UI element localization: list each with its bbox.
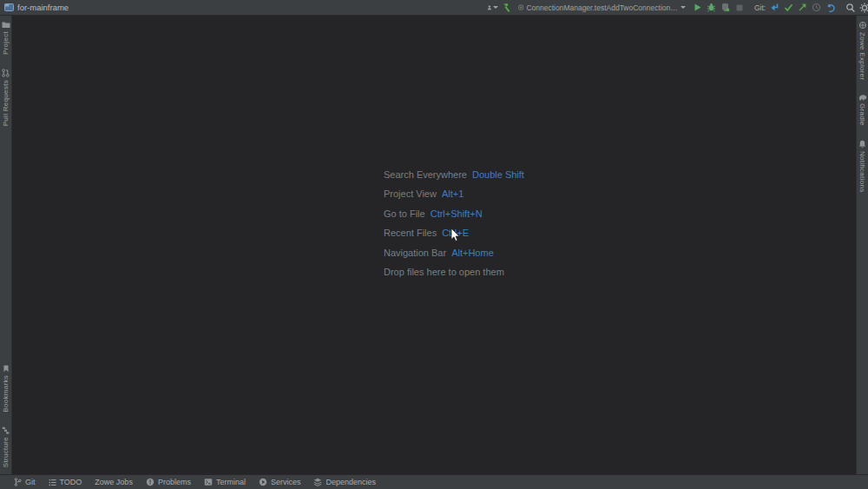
user-icon — [487, 3, 493, 13]
hint-label: Search Everywhere — [384, 169, 467, 180]
hint-shortcut: Ctrl+E — [442, 228, 469, 238]
bookmark-icon — [3, 365, 10, 373]
tool-window-dependencies[interactable]: Dependencies — [313, 478, 376, 486]
build-button[interactable] — [501, 1, 512, 14]
editor-empty-area[interactable]: Search EverywhereDouble Shift Project Vi… — [13, 17, 855, 474]
bottom-tool-window-bar: Git TODO Zowe Jobs Problems — [0, 474, 868, 489]
tool-window-git[interactable]: Git — [14, 478, 36, 486]
history-button — [811, 1, 822, 14]
run-config-name: ConnectionManager.testAddTwoConnectionsW… — [526, 3, 678, 12]
ide-window: for-mainframe Co — [0, 0, 868, 489]
hint-shortcut: Double Shift — [472, 169, 524, 180]
coverage-shield-icon — [720, 3, 730, 12]
hint-search-everywhere: Search EverywhereDouble Shift — [384, 169, 524, 181]
tool-window-zowe-jobs[interactable]: Zowe Jobs — [95, 478, 133, 486]
debug-bug-icon — [707, 3, 716, 12]
sidebar-item-notifications[interactable]: Notifications — [858, 140, 866, 192]
project-widget[interactable]: for-mainframe — [0, 3, 69, 12]
sidebar-item-project[interactable]: Project — [2, 21, 10, 55]
run-config-icon — [518, 3, 523, 11]
right-tool-stripe: Zowe Explorer Gradle Notifications — [856, 16, 868, 474]
zowe-explorer-icon — [858, 21, 867, 30]
rollback-button[interactable] — [825, 1, 836, 14]
hint-go-to-file: Go to FileCtrl+Shift+N — [384, 208, 524, 220]
tool-window-label: Git — [25, 478, 36, 486]
stripe-label: Gradle — [858, 103, 866, 126]
push-arrow-icon — [798, 3, 807, 12]
project-window-icon — [4, 3, 14, 12]
sidebar-item-zowe-explorer[interactable]: Zowe Explorer — [858, 21, 867, 80]
hammer-icon — [502, 3, 512, 13]
hint-shortcut: Ctrl+Shift+N — [431, 208, 483, 219]
folder-icon — [2, 21, 10, 29]
left-stripe-top-group: Project Pull Requests — [0, 21, 11, 126]
settings-button[interactable] — [858, 1, 868, 14]
problems-icon — [146, 478, 155, 486]
stripe-label: Zowe Explorer — [858, 32, 866, 80]
search-icon — [845, 3, 856, 13]
git-label: Git: — [753, 3, 766, 12]
services-icon — [259, 478, 267, 486]
project-name: for-mainframe — [17, 3, 69, 12]
gradle-elephant-icon — [858, 94, 867, 101]
drop-files-hint: Drop files here to open them — [384, 267, 524, 277]
hint-label: Recent Files — [384, 228, 437, 238]
hint-label: Project View — [384, 188, 437, 199]
sidebar-item-bookmarks[interactable]: Bookmarks — [2, 365, 10, 413]
keyboard-shortcut-hints: Search EverywhereDouble Shift Project Vi… — [384, 169, 524, 277]
git-push-button[interactable] — [797, 1, 808, 14]
sidebar-item-gradle[interactable]: Gradle — [858, 94, 867, 126]
structure-icon — [2, 426, 10, 434]
stripe-label: Pull Requests — [2, 80, 10, 126]
left-tool-stripe: Project Pull Requests Bookmarks — [0, 16, 12, 474]
hint-project-view: Project ViewAlt+1 — [384, 188, 524, 200]
tool-window-label: TODO — [60, 478, 82, 486]
tool-window-services[interactable]: Services — [259, 478, 301, 486]
stripe-label: Project — [2, 31, 10, 55]
chevron-down-icon — [681, 6, 686, 9]
git-branch-icon — [14, 478, 22, 486]
main-toolbar: for-mainframe Co — [0, 0, 868, 16]
search-everywhere-button[interactable] — [845, 1, 856, 14]
stop-icon — [735, 3, 744, 12]
tool-window-label: Terminal — [216, 478, 246, 486]
tool-window-terminal[interactable]: Terminal — [204, 478, 246, 486]
stripe-label: Notifications — [858, 151, 866, 192]
run-icon — [693, 3, 702, 12]
sidebar-item-pull-requests[interactable]: Pull Requests — [2, 69, 10, 126]
left-stripe-bottom-group: Bookmarks Structure — [0, 365, 11, 467]
tool-window-label: Services — [271, 478, 301, 486]
run-configuration-select[interactable]: ConnectionManager.testAddTwoConnectionsW… — [515, 1, 689, 14]
bell-icon — [858, 140, 866, 149]
debug-button[interactable] — [706, 1, 717, 14]
toolbar-actions: ConnectionManager.testAddTwoConnectionsW… — [487, 0, 865, 15]
tool-window-todo[interactable]: TODO — [49, 478, 82, 486]
tool-window-label: Dependencies — [326, 478, 376, 486]
sidebar-item-structure[interactable]: Structure — [2, 426, 10, 467]
update-project-icon — [770, 3, 779, 12]
tool-window-label: Zowe Jobs — [95, 478, 133, 486]
clock-icon — [812, 3, 821, 12]
tool-window-label: Problems — [158, 478, 191, 486]
undo-arrow-icon — [825, 3, 836, 13]
hint-shortcut: Alt+Home — [451, 248, 494, 258]
pull-request-icon — [2, 69, 10, 77]
tool-window-problems[interactable]: Problems — [146, 478, 191, 486]
stripe-label: Bookmarks — [2, 375, 10, 413]
stop-button — [733, 1, 745, 14]
terminal-icon — [204, 478, 213, 486]
user-profile-button[interactable] — [487, 1, 498, 14]
chevron-down-icon — [493, 6, 498, 9]
git-update-button[interactable] — [769, 1, 780, 14]
todo-list-icon — [49, 479, 56, 486]
coverage-button[interactable] — [720, 1, 731, 14]
git-commit-button[interactable] — [783, 1, 794, 14]
hint-label: Go to File — [384, 208, 425, 219]
commit-check-icon — [784, 3, 793, 12]
run-button[interactable] — [692, 1, 703, 14]
dependencies-icon — [313, 478, 322, 486]
stripe-label: Structure — [2, 437, 10, 467]
hint-shortcut: Alt+1 — [442, 188, 464, 199]
hint-recent-files: Recent FilesCtrl+E — [384, 228, 524, 239]
gear-icon — [859, 3, 868, 13]
